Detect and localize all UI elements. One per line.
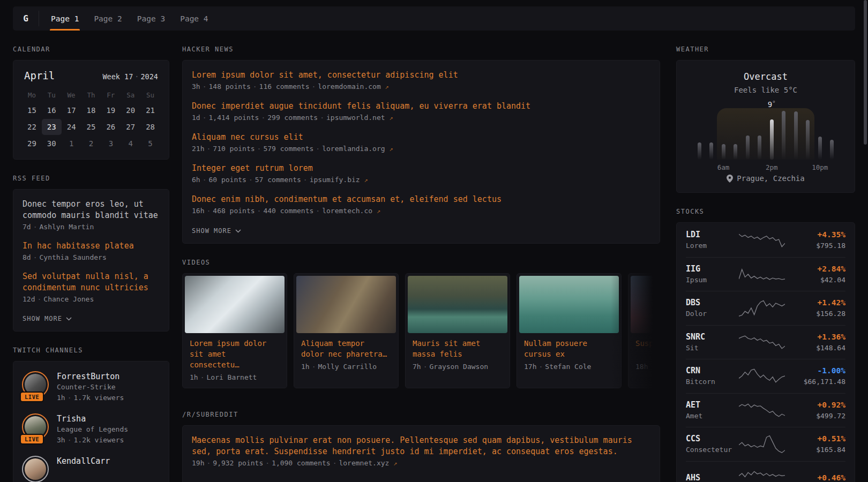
item-domain-link[interactable]: ipsumify.biz — [310, 176, 360, 184]
stock-company-name: Ipsum — [686, 275, 739, 285]
calendar-day: 23 — [42, 119, 62, 135]
live-badge: LIVE — [20, 391, 44, 402]
weather-hour-label: 10pm — [812, 163, 828, 171]
calendar-day: 15 — [22, 102, 42, 118]
nav-tab[interactable]: Page 1 — [50, 6, 80, 31]
subreddit-widget: /R/SUBREDDIT Maecenas mollis pulvinar er… — [182, 411, 660, 482]
hackernews-item: Integer eget rutrum lorem 6h·60 points·5… — [192, 163, 650, 185]
item-comments[interactable]: 57 comments — [255, 176, 301, 184]
calendar-year: 2024 — [140, 72, 158, 81]
hackernews-item-title[interactable]: Aliquam nec cursus elit — [192, 132, 650, 143]
dot-separator: · — [200, 114, 209, 122]
calendar-day: 28 — [140, 119, 160, 135]
twitch-channel-row[interactable]: LIVE Trisha League of Legends 3h·1.2k vi… — [22, 413, 160, 446]
calendar-week-year: Week 17·2024 — [102, 72, 158, 81]
item-comments[interactable]: 579 comments — [263, 145, 313, 153]
stock-row[interactable]: LDI Lorem +4.35% $795.18 — [686, 223, 845, 257]
item-comments[interactable]: 440 comments — [263, 207, 313, 215]
weather-hour-column — [827, 108, 837, 160]
item-domain-link[interactable]: loremtech.co — [322, 207, 372, 215]
stock-row[interactable]: AHS +0.46% — [686, 461, 845, 482]
item-points: 148 points — [208, 82, 250, 91]
hackernews-widget: HACKER NEWS Lorem ipsum dolor sit amet, … — [182, 46, 660, 244]
hackernews-item-title[interactable]: Donec enim nibh, condimentum et accumsan… — [192, 194, 650, 205]
stock-row[interactable]: CRN Bitcorn -1.00% $66,171.48 — [686, 359, 845, 393]
twitch-channel-row[interactable]: LIVE ForrestBurton Counter-Strike 1h·1.7… — [22, 371, 160, 403]
stock-row[interactable]: CCS Consectetur +0.51% $165.84 — [686, 427, 845, 461]
twitch-avatar — [22, 456, 49, 482]
weather-hour-column — [706, 108, 717, 160]
twitch-viewer-count: 1.7k viewers — [73, 394, 124, 402]
video-meta: 17h·Stefan Cole — [524, 363, 614, 371]
item-domain-link[interactable]: loremdomain.com — [318, 82, 380, 91]
calendar-day: 20 — [121, 102, 140, 118]
subreddit-post-meta: 19h·9,932 points·1,090 comments·loremnet… — [192, 458, 650, 469]
video-card[interactable]: Aliquam tempor dolor nec pharetra… 1h·Mo… — [294, 273, 399, 388]
stock-change-percent: +0.92% — [785, 400, 845, 411]
dot-separator: · — [263, 459, 272, 467]
item-comments[interactable]: 116 comments — [259, 82, 310, 91]
video-card[interactable]: Suspendisse diam 18h·Tara — [628, 273, 660, 388]
item-domain-link[interactable]: ipsumworld.net — [326, 114, 385, 122]
calendar-day: 4 — [121, 135, 140, 152]
rss-item-title[interactable]: Sed volutpat nulla nisl, a condimentum n… — [23, 271, 160, 293]
twitch-viewers: 3h·1.2k viewers — [57, 435, 128, 446]
weather-temp-bar — [830, 140, 834, 160]
item-age: 6h — [192, 176, 200, 184]
page-scrollbar[interactable] — [864, 0, 867, 145]
calendar-day: 30 — [42, 135, 62, 152]
calendar-weekday-label: Fr — [101, 90, 121, 102]
nav-tab[interactable]: Page 4 — [179, 6, 209, 31]
avatar-image — [25, 458, 46, 480]
hackernews-item-title[interactable]: Lorem ipsum dolor sit amet, consectetur … — [192, 70, 650, 81]
video-age: 1h — [190, 373, 198, 381]
subreddit-post-title[interactable]: Maecenas mollis pulvinar erat non posuer… — [192, 435, 650, 457]
rss-item-title[interactable]: Donec tempor eros leo, ut commodo mauris… — [23, 199, 160, 221]
weather-temp-bar — [722, 144, 725, 160]
rss-item-title[interactable]: In hac habitasse platea — [23, 240, 160, 252]
calendar-weekday-label: Sa — [121, 90, 140, 102]
stock-row[interactable]: SNRC Sit +1.36% $148.64 — [686, 325, 845, 359]
video-channel: Stefan Cole — [545, 363, 591, 371]
twitch-avatar: LIVE — [22, 413, 49, 440]
stock-ticker: CRN — [686, 365, 739, 376]
dot-separator: · — [301, 176, 310, 184]
weather-hour-column: 10pm — [814, 108, 825, 160]
dot-separator: · — [259, 114, 267, 122]
video-card[interactable]: Nullam posuere cursus ex 17h·Stefan Cole — [517, 273, 622, 388]
hackernews-item: Donec enim nibh, condimentum et accumsan… — [192, 194, 650, 216]
hackernews-section-title: HACKER NEWS — [182, 46, 660, 53]
nav-tab[interactable]: Page 2 — [93, 6, 123, 31]
hackernews-show-more-button[interactable]: SHOW MORE — [192, 227, 241, 235]
dot-separator: · — [200, 82, 209, 91]
calendar-day: 24 — [62, 119, 81, 135]
video-card[interactable]: Lorem ipsum dolor sit amet consectetu… 1… — [182, 273, 287, 388]
item-domain-link[interactable]: loremnet.xyz — [339, 459, 389, 467]
weather-hour-column: 9° 2pm — [766, 108, 777, 160]
external-link-icon: ↗ — [385, 83, 389, 91]
item-comments[interactable]: 1,090 comments — [272, 459, 331, 467]
stock-change-percent: -1.00% — [785, 365, 845, 376]
rss-item-meta: 12d·Chance Jones — [23, 294, 160, 304]
video-card[interactable]: Mauris sit amet massa felis 7h·Grayson D… — [405, 273, 510, 388]
stock-ticker: DBS — [686, 297, 739, 308]
stock-row[interactable]: IIG Ipsum +2.84% $42.04 — [686, 257, 845, 291]
item-domain-link[interactable]: loremlandia.org — [322, 145, 385, 153]
stock-row[interactable]: DBS Dolor +1.42% $156.28 — [686, 291, 845, 325]
dot-separator: · — [31, 223, 40, 231]
calendar-day: 17 — [62, 102, 81, 118]
calendar-day: 5 — [140, 135, 160, 152]
stock-row[interactable]: AET Amet +0.92% $499.72 — [686, 393, 845, 427]
rss-item-author: Cynthia Saunders — [39, 253, 106, 261]
video-channel: Molly Carrillo — [318, 363, 377, 371]
rss-item: In hac habitasse platea 8d·Cynthia Saund… — [23, 240, 160, 262]
weather-location: Prague, Czechia — [686, 174, 845, 183]
calendar-day: 25 — [81, 119, 101, 135]
item-comments[interactable]: 299 comments — [267, 114, 318, 122]
weather-hour-column: 6am — [718, 108, 729, 160]
hackernews-item-title[interactable]: Integer eget rutrum lorem — [192, 163, 650, 174]
rss-show-more-button[interactable]: SHOW MORE — [23, 315, 72, 322]
nav-tab[interactable]: Page 3 — [136, 6, 166, 31]
hackernews-item-title[interactable]: Donec imperdiet augue tincidunt felis al… — [192, 101, 650, 112]
twitch-channel-row[interactable]: KendallCarr · — [22, 456, 160, 482]
